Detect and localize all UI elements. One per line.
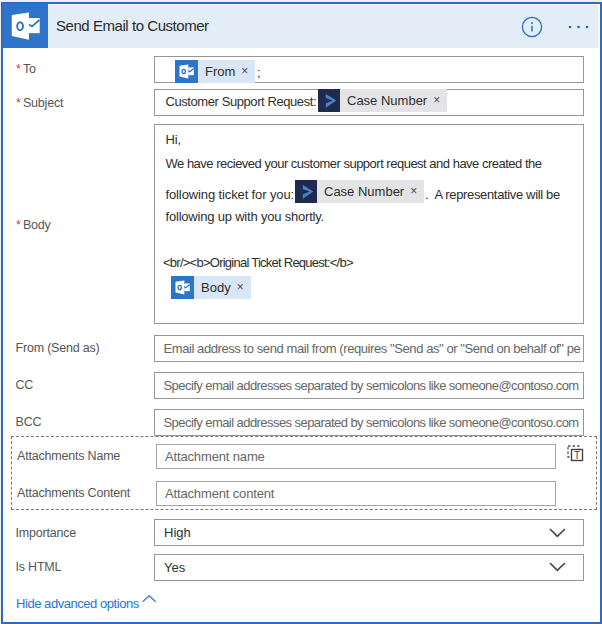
svg-text:T: T	[574, 450, 580, 461]
